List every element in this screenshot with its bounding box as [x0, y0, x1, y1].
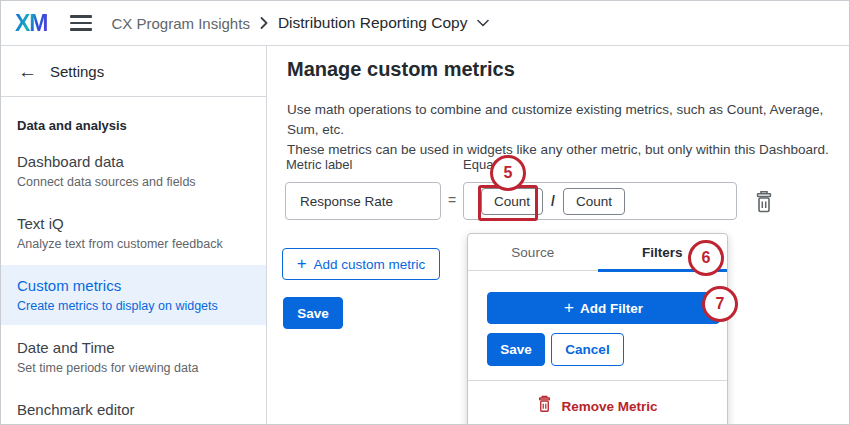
- equals-sign: =: [448, 192, 456, 208]
- add-custom-metric-button[interactable]: + Add custom metric: [282, 248, 440, 280]
- item-title: Dashboard data: [17, 152, 250, 171]
- xm-logo: XM: [15, 10, 48, 37]
- remove-metric-label: Remove Metric: [561, 399, 657, 414]
- count-operand-1-button[interactable]: Count: [481, 188, 543, 215]
- app-window: XM CX Program Insights Distribution Repo…: [0, 0, 850, 425]
- save-button[interactable]: Save: [283, 297, 343, 329]
- item-subtitle: Connect data sources and fields: [17, 174, 250, 190]
- item-subtitle: Create metrics to display on widgets: [17, 298, 250, 314]
- tab-source[interactable]: Source: [468, 234, 598, 270]
- chevron-down-icon[interactable]: [477, 19, 489, 27]
- popup-cancel-button[interactable]: Cancel: [551, 333, 624, 366]
- plus-icon: +: [564, 299, 574, 316]
- metric-label-caption: Metric label: [286, 157, 352, 172]
- chevron-right-icon: [260, 17, 268, 29]
- back-to-settings[interactable]: ← Settings: [1, 46, 266, 97]
- add-filter-button[interactable]: + Add Filter: [487, 292, 720, 324]
- item-title: Custom metrics: [17, 276, 250, 295]
- item-title: Date and Time: [17, 338, 250, 357]
- popup-tabs: Source Filters: [468, 234, 727, 271]
- sidebar-item-custom-metrics[interactable]: Custom metrics Create metrics to display…: [1, 265, 266, 325]
- top-nav: XM CX Program Insights Distribution Repo…: [1, 1, 849, 46]
- remove-metric-button[interactable]: Remove Metric: [468, 392, 727, 420]
- breadcrumb: CX Program Insights Distribution Reporti…: [112, 14, 490, 32]
- add-filter-label: Add Filter: [580, 301, 643, 316]
- item-title: Benchmark editor: [17, 400, 250, 419]
- plus-icon: +: [297, 255, 307, 272]
- equation-caption: Equation: [463, 157, 514, 172]
- sidebar-section-label: Data and analysis: [17, 118, 250, 133]
- menu-icon[interactable]: [70, 15, 92, 31]
- sidebar-item-date-and-time[interactable]: Date and Time Set time periods for viewi…: [1, 327, 266, 387]
- metric-options-popup: Source Filters + Add Filter Save Cancel: [467, 233, 728, 425]
- metric-label-input[interactable]: [285, 182, 441, 220]
- breadcrumb-program[interactable]: CX Program Insights: [112, 15, 250, 32]
- breadcrumb-page[interactable]: Distribution Reporting Copy: [278, 14, 468, 32]
- description-line-2: These metrics can be used in widgets lik…: [287, 140, 849, 160]
- item-title: Text iQ: [17, 214, 250, 233]
- settings-sidebar: ← Settings Data and analysis Dashboard d…: [1, 46, 267, 425]
- popup-divider: [468, 380, 727, 381]
- item-subtitle: Analyze text from customer feedback: [17, 236, 250, 252]
- equation-box[interactable]: Count / Count: [463, 182, 737, 220]
- main-content: Manage custom metrics Use math operation…: [267, 46, 849, 425]
- trash-icon-red: [537, 395, 552, 418]
- sidebar-item-dashboard-data[interactable]: Dashboard data Connect data sources and …: [1, 141, 266, 201]
- add-custom-metric-label: Add custom metric: [314, 257, 426, 272]
- count-operand-2-button[interactable]: Count: [563, 188, 625, 215]
- page-description: Use math operations to combine and custo…: [287, 100, 849, 160]
- sidebar-item-benchmark-editor[interactable]: Benchmark editor Add industry benchmarks: [1, 389, 266, 425]
- item-subtitle: Set time periods for viewing data: [17, 360, 250, 376]
- description-line-1: Use math operations to combine and custo…: [287, 100, 849, 140]
- back-label: Settings: [50, 63, 104, 80]
- popup-save-button[interactable]: Save: [487, 333, 545, 366]
- page-title: Manage custom metrics: [287, 58, 515, 81]
- sidebar-item-text-iq[interactable]: Text iQ Analyze text from customer feedb…: [1, 203, 266, 263]
- delete-metric-trash-icon[interactable]: [754, 190, 774, 218]
- arrow-left-icon: ←: [18, 62, 37, 81]
- divide-operator: /: [551, 193, 555, 209]
- tab-filters[interactable]: Filters: [598, 234, 728, 270]
